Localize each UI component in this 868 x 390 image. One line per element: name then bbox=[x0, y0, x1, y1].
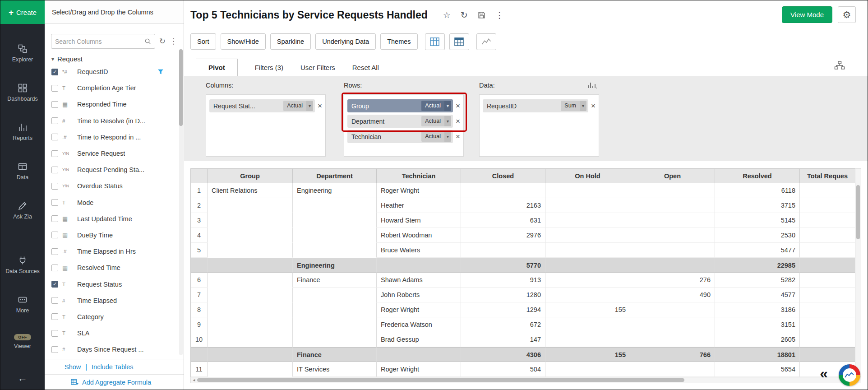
field-row[interactable]: TMode bbox=[45, 195, 184, 211]
create-button[interactable]: + Create bbox=[0, 0, 45, 24]
aggregation-select[interactable]: Sum▾ bbox=[561, 101, 586, 111]
field-checkbox[interactable] bbox=[51, 330, 58, 337]
column-header[interactable]: Total Reques bbox=[800, 168, 855, 183]
field-row[interactable]: TSLA bbox=[45, 325, 184, 341]
field-checkbox[interactable] bbox=[51, 199, 58, 206]
add-aggregate-formula-button[interactable]: Add Aggregate Formula bbox=[45, 374, 184, 390]
field-row[interactable]: ✓TRequest Status bbox=[45, 276, 184, 292]
view-mode-button[interactable]: View Mode bbox=[782, 6, 832, 23]
column-header[interactable]: Closed bbox=[461, 168, 545, 183]
pivot-field-chip[interactable]: DepartmentActual▾× bbox=[347, 115, 460, 128]
collapse-sidebar-icon[interactable]: ← bbox=[18, 372, 28, 384]
pivot-view-icon-button[interactable] bbox=[449, 33, 469, 50]
field-checkbox[interactable] bbox=[51, 265, 58, 271]
refresh-columns-icon[interactable]: ↻ bbox=[159, 37, 166, 45]
remove-chip-icon[interactable]: × bbox=[591, 102, 596, 111]
field-row[interactable]: #Time to Resolve (in D... bbox=[45, 113, 184, 129]
sidebar-item-data-sources[interactable]: Data Sources bbox=[5, 255, 40, 275]
field-row[interactable]: Y/NRequest Pending Sta... bbox=[45, 162, 184, 178]
viewer-toggle-off-badge[interactable]: OFF bbox=[14, 334, 31, 340]
field-checkbox[interactable] bbox=[51, 167, 58, 173]
table-row[interactable]: 11IT ServicesRoger Wright5045654 bbox=[191, 362, 855, 377]
include-tables-link[interactable]: Include Tables bbox=[92, 363, 133, 371]
pivot-field-chip[interactable]: Request Stat...Actual▾× bbox=[209, 99, 322, 112]
field-row[interactable]: TCategory bbox=[45, 309, 184, 325]
column-header[interactable]: Resolved bbox=[715, 168, 800, 183]
field-checkbox[interactable] bbox=[51, 117, 58, 124]
pivot-field-chip[interactable]: RequestIDSum▾× bbox=[483, 99, 596, 112]
data-sort-bars-icon[interactable] bbox=[587, 82, 597, 91]
field-row[interactable]: ▦Last Updated Time bbox=[45, 211, 184, 227]
reset-all-link[interactable]: Reset All bbox=[352, 64, 379, 71]
remove-chip-icon[interactable]: × bbox=[318, 102, 322, 111]
table-row[interactable]: 10Brad Gessup1472605 bbox=[191, 332, 855, 347]
column-header[interactable]: Open bbox=[630, 168, 715, 183]
hierarchy-icon[interactable] bbox=[834, 61, 845, 72]
toolbar-button-show-hide[interactable]: Show/Hide bbox=[221, 33, 266, 50]
tab-filters[interactable]: Filters (3) bbox=[255, 64, 283, 71]
table-row[interactable]: 6FinanceShawn Adams9132765282 bbox=[191, 273, 855, 288]
columns-shelf[interactable]: Request Stat...Actual▾× bbox=[206, 94, 326, 157]
field-row[interactable]: #Time Elapsed bbox=[45, 292, 184, 309]
table-row[interactable]: 3Howard Stern6315145 bbox=[191, 213, 855, 228]
sidebar-item-explorer[interactable]: Explorer bbox=[12, 44, 33, 63]
column-header[interactable]: On Hold bbox=[545, 168, 630, 183]
show-link[interactable]: Show bbox=[65, 363, 81, 371]
save-icon[interactable] bbox=[478, 11, 485, 19]
subtotal-row[interactable]: Finance430615576618801 bbox=[191, 347, 855, 362]
sidebar-item-ask-zia[interactable]: Ask Zia bbox=[13, 201, 32, 220]
aggregation-select[interactable]: Actual▾ bbox=[421, 101, 451, 111]
field-row[interactable]: ▦Responded Time bbox=[45, 96, 184, 112]
sidebar-item-viewer[interactable]: OFF Viewer bbox=[14, 334, 31, 350]
settings-gear-icon[interactable]: ⚙ bbox=[838, 6, 856, 23]
field-checkbox[interactable] bbox=[51, 134, 58, 140]
field-checkbox[interactable] bbox=[51, 85, 58, 92]
field-row[interactable]: ▦Resolved Time bbox=[45, 260, 184, 276]
field-row[interactable]: ▦DueBy Time bbox=[45, 227, 184, 243]
field-row[interactable]: ✓*#RequestID bbox=[45, 64, 184, 80]
field-checkbox[interactable] bbox=[51, 346, 58, 353]
chart-view-icon-button[interactable] bbox=[476, 33, 496, 50]
toolbar-button-sort[interactable]: Sort bbox=[190, 33, 216, 50]
sidebar-item-reports[interactable]: Reports bbox=[13, 122, 32, 142]
sidebar-item-data[interactable]: Data bbox=[17, 162, 28, 181]
toolbar-button-sparkline[interactable]: Sparkline bbox=[270, 33, 311, 50]
table-row[interactable]: 7John Roberts12804904577 bbox=[191, 288, 855, 302]
pivot-field-chip[interactable]: TechnicianActual▾× bbox=[347, 130, 460, 143]
column-header[interactable]: Department bbox=[293, 168, 377, 183]
scrollbar-thumb[interactable] bbox=[856, 185, 860, 239]
remove-chip-icon[interactable]: × bbox=[456, 102, 460, 111]
field-row[interactable]: TCompletion Age Tier bbox=[45, 80, 184, 96]
filter-icon[interactable] bbox=[157, 69, 164, 75]
scroll-left-icon[interactable]: ◂ bbox=[191, 378, 197, 382]
toolbar-button-themes[interactable]: Themes bbox=[380, 33, 417, 50]
field-row[interactable]: Y/NOverdue Status bbox=[45, 178, 184, 194]
scrollbar-thumb[interactable] bbox=[179, 49, 183, 126]
search-input[interactable] bbox=[55, 38, 144, 45]
table-row[interactable]: 9Frederica Watson6723151 bbox=[191, 317, 855, 332]
aggregation-select[interactable]: Actual▾ bbox=[283, 101, 313, 111]
kebab-menu-icon[interactable]: ⋮ bbox=[495, 11, 504, 19]
field-checkbox[interactable] bbox=[51, 232, 58, 238]
field-checkbox[interactable] bbox=[51, 297, 58, 304]
tab-user-filters[interactable]: User Filters bbox=[300, 64, 335, 71]
field-row[interactable]: Y/NService Request bbox=[45, 145, 184, 162]
table-row[interactable]: 8Roger Wright12941553186 bbox=[191, 302, 855, 317]
scrollbar-thumb[interactable] bbox=[197, 378, 684, 382]
column-header[interactable]: Group bbox=[208, 168, 293, 183]
toolbar-button-underlying-data[interactable]: Underlying Data bbox=[315, 33, 376, 50]
field-row[interactable]: #Days Since Request ... bbox=[45, 341, 184, 358]
panel-scrollbar[interactable] bbox=[179, 49, 183, 355]
field-checkbox[interactable] bbox=[51, 313, 58, 320]
table-view-icon-button[interactable] bbox=[425, 33, 445, 50]
column-header[interactable]: Technician bbox=[377, 168, 461, 183]
sidebar-item-more[interactable]: More bbox=[16, 295, 29, 314]
horizontal-scrollbar[interactable]: ◂ bbox=[190, 377, 861, 383]
remove-chip-icon[interactable]: × bbox=[456, 117, 460, 126]
rows-shelf[interactable]: GroupActual▾×DepartmentActual▾×Technicia… bbox=[344, 94, 464, 157]
panel-menu-icon[interactable]: ⋮ bbox=[170, 37, 177, 45]
field-checkbox[interactable] bbox=[51, 248, 58, 255]
aggregation-select[interactable]: Actual▾ bbox=[421, 131, 451, 142]
pivot-field-chip[interactable]: GroupActual▾× bbox=[347, 99, 460, 112]
field-checkbox[interactable] bbox=[51, 215, 58, 222]
